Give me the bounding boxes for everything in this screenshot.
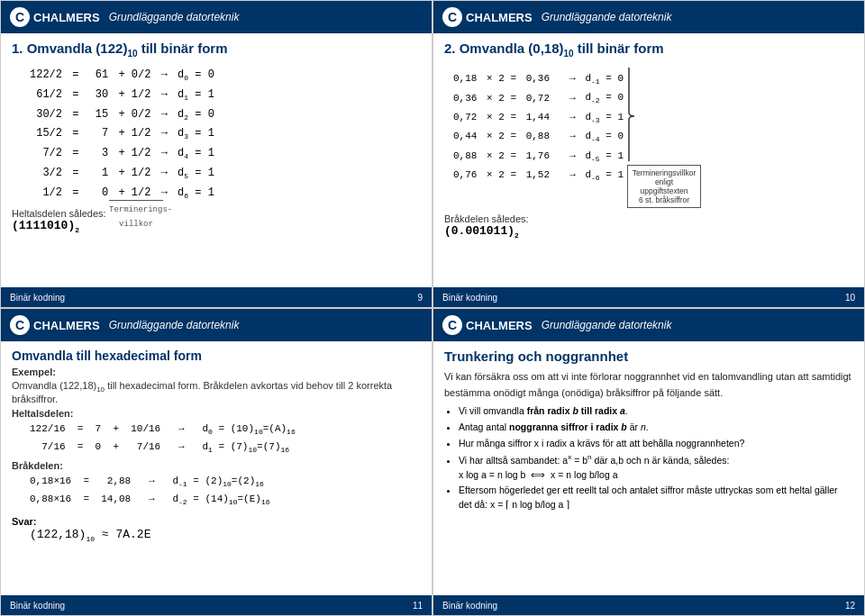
slide4-footer: Binär kodning 12 [433,595,864,615]
slide4-content: Trunkering och noggrannhet Vi kan försäk… [433,341,864,595]
termination-note-2: Termineringsvillkorenligt uppgiftstexten… [627,165,701,208]
slide1-content: 1. Omvandla (122)10 till binär form 122/… [1,33,432,287]
chalmers-text-2: CHALMERS [466,11,533,24]
slide-3: C CHALMERS Grundläggande datorteknik Omv… [0,308,432,616]
chalmers-text-3: CHALMERS [33,319,100,332]
header-title-3: Grundläggande datorteknik [109,319,240,331]
footer-left-1: Binär kodning [10,293,65,303]
chalmers-logo-3: C CHALMERS [10,315,100,335]
logo-c-3: C [15,318,24,332]
slide4-title: Trunkering och noggrannhet [444,349,853,364]
slide1-title: 1. Omvandla (122)10 till binär form [12,41,421,59]
slide4-bullets: Vi vill omvandla från radix b till radix… [459,404,853,512]
slide3-example-text: Omvandla (122,18)10 till hexadecimal for… [12,380,421,404]
footer-right-2: 10 [845,293,855,303]
slide-4: C CHALMERS Grundläggande datorteknik Tru… [432,308,865,616]
slide1-math-table: 122/2 = 61 + 0/2 → d0 = 0 61/2 = 30 + 1/… [30,66,421,203]
slide3-example-label: Exempel: [12,367,421,377]
header-title-4: Grundläggande datorteknik [542,319,672,331]
math-row-4: 7/2 = 3 + 1/2 → d4 = 1 [30,144,421,164]
footer-right-1: 9 [417,293,423,303]
frac-row-0: 0,18 × 2 = 0,36 → d-1 = 0 [453,69,624,88]
slide4-header: C CHALMERS Grundläggande datorteknik [433,309,864,341]
slide1-result: Heltalsdelen således: (1111010)2 [12,208,421,234]
slide3-header: C CHALMERS Grundläggande datorteknik [1,309,432,341]
bullet-4: Eftersom högerledet ger ett reellt tal o… [459,484,853,512]
frac-row-3: 0,44 × 2 = 0,88 → d-4 = 0 [453,127,624,146]
slide-2: C CHALMERS Grundläggande datorteknik 2. … [432,0,865,308]
logo-c-4: C [448,318,457,332]
chalmers-text-1: CHALMERS [33,11,100,24]
footer-left-4: Binär kodning [442,601,497,611]
slide3-int-label: Heltalsdelen: [12,408,421,419]
math-row-0: 122/2 = 61 + 0/2 → d0 = 0 [30,66,421,86]
slide3-int-row-1: 7/16 = 0 + 7/16 → d1 = (7)10=(7)16 [30,439,421,457]
header-title-1: Grundläggande datorteknik [109,11,240,23]
math-row-5: 3/2 = 1 + 1/2 → d5 = 1 [30,164,421,184]
slide2-header: C CHALMERS Grundläggande datorteknik [433,1,864,33]
footer-right-4: 12 [845,601,855,611]
bullet-0: Vi vill omvandla från radix b till radix… [459,404,853,419]
logo-icon-3: C [10,315,30,335]
footer-left-3: Binär kodning [10,601,65,611]
slide1-header: C CHALMERS Grundläggande datorteknik [1,1,432,33]
slide1-footer: Binär kodning 9 [1,287,432,307]
slide2-footer: Binär kodning 10 [433,287,864,307]
slide4-body: Vi kan försäkra oss om att vi inte förlo… [444,369,853,401]
slide3-footer: Binär kodning 11 [1,595,432,615]
svar-value: (122,18)10 ≈ 7A.2E [30,528,421,543]
logo-icon-4: C [442,315,462,335]
result-value-2: (0.001011)2 [444,224,519,238]
svar-label: Svar: [12,516,37,527]
brace-svg [627,66,643,163]
math-row-1: 61/2 = 30 + 1/2 → d1 = 1 [30,86,421,105]
slide3-svar: Svar: (122,18)10 ≈ 7A.2E [12,515,421,543]
slide3-frac-row-0: 0,18×16 = 2,88 → d-1 = (2)10=(2)16 [30,473,421,491]
termination-label-1: Terminerings-villkor [109,200,163,231]
termination-block: Termineringsvillkorenligt uppgiftstexten… [627,66,701,208]
slide3-title: Omvandla till hexadecimal form [12,349,421,363]
chalmers-logo-4: C CHALMERS [442,315,533,335]
math-row-2: 30/2 = 15 + 0/2 → d2 = 0 [30,105,421,125]
bullet-2: Hur många siffror x i radix a krävs för … [459,437,853,451]
slide3-frac-label: Bråkdelen: [12,460,421,471]
logo-icon-2: C [442,7,462,27]
chalmers-logo-1: C CHALMERS [10,7,100,27]
slide2-frac-table: 0,18 × 2 = 0,36 → d-1 = 0 0,36 × 2 = 0,7… [453,69,624,185]
slide2-main: 0,18 × 2 = 0,36 → d-1 = 0 0,36 × 2 = 0,7… [444,66,853,208]
slide3-frac-row-1: 0,88×16 = 14,08 → d-2 = (14)10=(E)16 [30,491,421,509]
slide2-title: 2. Omvandla (0,18)10 till binär form [444,41,853,59]
bullet-3: Vi har alltså sambandet: ax = bn där a,b… [459,452,853,482]
logo-icon-1: C [10,7,30,27]
slide3-int-row-0: 122/16 = 7 + 10/16 → d0 = (10)10=(A)16 [30,421,421,439]
footer-left-2: Binär kodning [442,293,497,303]
footer-right-3: 11 [413,601,423,611]
result-label-2: Bråkdelen således: [444,213,529,224]
bullet-1: Antag antal noggranna siffror i radix b … [459,421,853,435]
slide2-result: Bråkdelen således: (0.001011)2 [444,213,853,240]
frac-row-5: 0,76 × 2 = 1,52 → d-6 = 1 [453,166,624,185]
frac-row-4: 0,88 × 2 = 1,76 → d-5 = 1 [453,147,624,166]
header-title-2: Grundläggande datorteknik [542,11,672,23]
frac-row-1: 0,36 × 2 = 0,72 → d-2 = 0 [453,88,624,107]
logo-c-1: C [15,10,24,24]
slide-1: C CHALMERS Grundläggande datorteknik 1. … [0,0,432,308]
slide2-content: 2. Omvandla (0,18)10 till binär form 0,1… [433,33,864,287]
frac-row-2: 0,72 × 2 = 1,44 → d-3 = 1 [453,108,624,127]
result-value-1: (1111010)2 [12,219,79,232]
logo-c-2: C [448,10,457,24]
math-row-6: 1/2 = 0 + 1/2 → d6 = 1 Terminerings-vill… [30,184,421,204]
chalmers-logo-2: C CHALMERS [442,7,533,27]
slide3-content: Omvandla till hexadecimal form Exempel: … [1,341,432,595]
result-label-1: Heltalsdelen således: [12,208,106,219]
chalmers-text-4: CHALMERS [466,319,533,332]
math-row-3: 15/2 = 7 + 1/2 → d3 = 1 [30,124,421,144]
